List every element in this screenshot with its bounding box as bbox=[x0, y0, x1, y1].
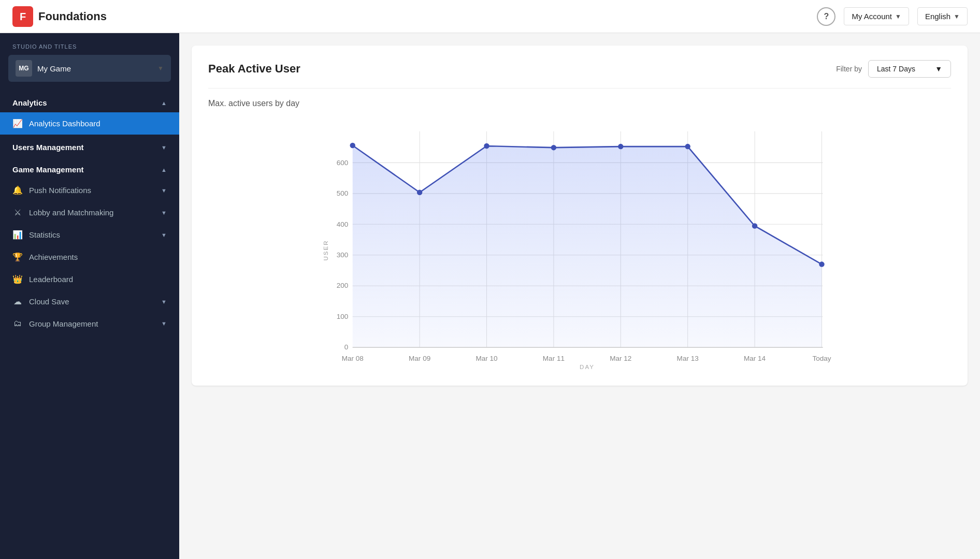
x-axis-label: DAY bbox=[580, 364, 595, 370]
game-management-title: Game Management bbox=[12, 165, 84, 174]
peak-active-user-card: Peak Active User Filter by Last 7 Days ▼… bbox=[192, 46, 968, 386]
sidebar-item-cloud-save[interactable]: ☁ Cloud Save ▼ bbox=[0, 290, 179, 313]
statistics-label: Statistics bbox=[29, 230, 155, 239]
app-header: F Foundations ? My Account ▼ English ▼ bbox=[0, 0, 980, 33]
svg-text:400: 400 bbox=[337, 220, 349, 228]
sidebar-item-lobby-matchmaking[interactable]: ⚔ Lobby and Matchmaking ▼ bbox=[0, 201, 179, 224]
leaderboard-label: Leaderboard bbox=[29, 275, 167, 284]
card-title: Peak Active User bbox=[208, 62, 300, 76]
svg-text:USER: USER bbox=[323, 240, 329, 260]
push-notifications-icon: 🔔 bbox=[12, 185, 23, 195]
logo-text: Foundations bbox=[38, 10, 107, 23]
header-actions: ? My Account ▼ English ▼ bbox=[817, 7, 968, 26]
analytics-section-header[interactable]: Analytics ▲ bbox=[0, 90, 179, 112]
chevron-down-icon: ▼ bbox=[935, 65, 942, 73]
achievements-label: Achievements bbox=[29, 253, 167, 261]
x-label-mar13: Mar 13 bbox=[677, 355, 699, 362]
svg-text:100: 100 bbox=[337, 313, 349, 320]
chevron-down-icon: ▼ bbox=[161, 187, 167, 194]
logo-area: F Foundations bbox=[12, 6, 817, 27]
sidebar-item-push-notifications[interactable]: 🔔 Push Notifications ▼ bbox=[0, 179, 179, 201]
users-management-section-header[interactable]: Users Management ▼ bbox=[0, 135, 179, 157]
filter-label: Filter by bbox=[836, 65, 862, 73]
x-label-mar14: Mar 14 bbox=[744, 355, 766, 362]
language-dropdown[interactable]: English ▼ bbox=[917, 7, 968, 25]
help-button[interactable]: ? bbox=[817, 7, 835, 26]
game-management-section-header[interactable]: Game Management ▲ bbox=[0, 157, 179, 179]
filter-value: Last 7 Days bbox=[877, 65, 915, 73]
svg-text:0: 0 bbox=[344, 343, 349, 351]
my-account-dropdown[interactable]: My Account ▼ bbox=[844, 7, 909, 25]
analytics-section-title: Analytics bbox=[12, 98, 47, 107]
data-point-mar13 bbox=[685, 144, 690, 149]
lobby-matchmaking-icon: ⚔ bbox=[12, 208, 23, 217]
studio-label: STUDIO AND TITLES bbox=[0, 33, 179, 55]
game-selector[interactable]: MG My Game ▼ bbox=[8, 55, 171, 82]
chevron-up-icon: ▲ bbox=[161, 100, 167, 106]
lobby-matchmaking-label: Lobby and Matchmaking bbox=[29, 208, 155, 217]
chevron-down-icon: ▼ bbox=[161, 144, 167, 151]
svg-text:300: 300 bbox=[337, 251, 349, 259]
cloud-save-label: Cloud Save bbox=[29, 297, 155, 306]
group-management-label: Group Management bbox=[29, 319, 155, 328]
data-point-mar14 bbox=[752, 223, 757, 228]
svg-text:600: 600 bbox=[337, 159, 349, 167]
chevron-down-icon: ▼ bbox=[157, 65, 164, 72]
x-label-mar11: Mar 11 bbox=[543, 355, 565, 362]
sidebar-item-group-management[interactable]: 🗂 Group Management ▼ bbox=[0, 313, 179, 334]
analytics-dashboard-label: Analytics Dashboard bbox=[29, 119, 167, 128]
sidebar-item-leaderboard[interactable]: 👑 Leaderboard bbox=[0, 268, 179, 290]
help-icon: ? bbox=[824, 12, 829, 21]
x-label-today: Today bbox=[812, 355, 831, 362]
peak-active-user-chart: 0 100 200 300 400 500 600 USER bbox=[208, 121, 951, 369]
chevron-down-icon: ▼ bbox=[161, 320, 167, 327]
achievements-icon: 🏆 bbox=[12, 252, 23, 262]
card-divider bbox=[208, 88, 951, 89]
data-point-mar09 bbox=[417, 190, 422, 195]
cloud-save-icon: ☁ bbox=[12, 297, 23, 306]
chart-subtitle: Max. active users by day bbox=[208, 99, 951, 108]
data-point-today bbox=[819, 261, 824, 267]
group-management-icon: 🗂 bbox=[12, 319, 23, 328]
card-header: Peak Active User Filter by Last 7 Days ▼ bbox=[208, 60, 951, 78]
app-body: STUDIO AND TITLES MG My Game ▼ Analytics… bbox=[0, 33, 980, 559]
chevron-down-icon: ▼ bbox=[895, 13, 901, 20]
language-label: English bbox=[925, 12, 950, 21]
statistics-icon: 📊 bbox=[12, 230, 23, 240]
x-label-mar09: Mar 09 bbox=[409, 355, 430, 362]
game-avatar: MG bbox=[16, 60, 32, 77]
push-notifications-label: Push Notifications bbox=[29, 186, 155, 195]
x-label-mar08: Mar 08 bbox=[342, 355, 364, 362]
chevron-down-icon: ▼ bbox=[161, 210, 167, 216]
sidebar-item-statistics[interactable]: 📊 Statistics ▼ bbox=[0, 224, 179, 246]
users-management-title: Users Management bbox=[12, 143, 84, 152]
svg-text:F: F bbox=[20, 11, 26, 22]
data-point-mar10 bbox=[484, 143, 489, 149]
x-label-mar12: Mar 12 bbox=[610, 355, 631, 362]
sidebar: STUDIO AND TITLES MG My Game ▼ Analytics… bbox=[0, 33, 179, 559]
sidebar-item-achievements[interactable]: 🏆 Achievements bbox=[0, 246, 179, 268]
game-name: My Game bbox=[37, 64, 152, 73]
data-point-mar08 bbox=[350, 143, 355, 148]
chevron-down-icon: ▼ bbox=[954, 13, 960, 20]
chevron-down-icon: ▼ bbox=[161, 232, 167, 238]
sidebar-item-analytics-dashboard[interactable]: 📈 Analytics Dashboard bbox=[0, 112, 179, 135]
data-point-mar12 bbox=[618, 144, 623, 149]
chart-container: 0 100 200 300 400 500 600 USER bbox=[208, 121, 951, 371]
filter-row: Filter by Last 7 Days ▼ bbox=[836, 60, 951, 78]
chevron-down-icon: ▼ bbox=[161, 299, 167, 305]
x-label-mar10: Mar 10 bbox=[475, 355, 497, 362]
chevron-up-icon: ▲ bbox=[161, 167, 167, 173]
svg-text:200: 200 bbox=[337, 282, 349, 289]
chart-fill-area bbox=[353, 145, 822, 347]
data-point-mar11 bbox=[551, 145, 556, 150]
leaderboard-icon: 👑 bbox=[12, 274, 23, 284]
analytics-dashboard-icon: 📈 bbox=[12, 119, 23, 128]
filter-dropdown[interactable]: Last 7 Days ▼ bbox=[868, 60, 951, 78]
svg-text:500: 500 bbox=[337, 189, 349, 197]
my-account-label: My Account bbox=[852, 12, 892, 21]
logo-icon: F bbox=[12, 6, 33, 27]
main-content: Peak Active User Filter by Last 7 Days ▼… bbox=[179, 33, 980, 559]
